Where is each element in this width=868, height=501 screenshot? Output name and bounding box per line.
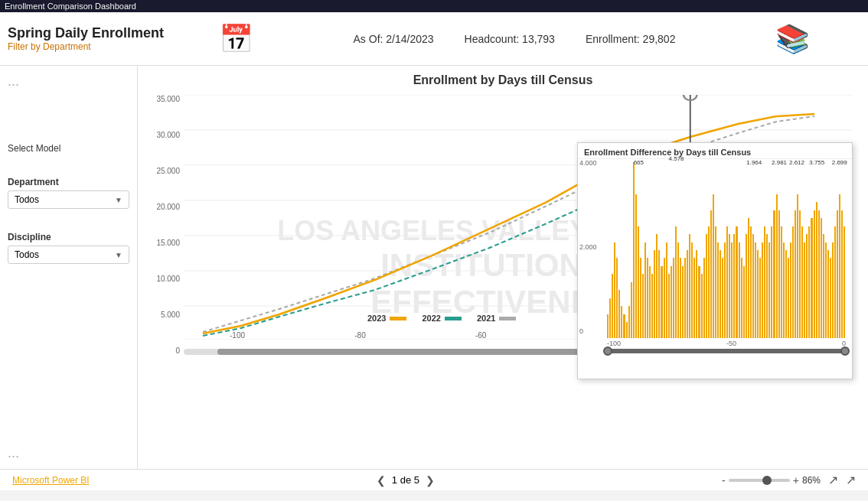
zoom-slider-thumb[interactable] [762, 476, 772, 485]
mini-bar-item [647, 258, 648, 338]
mini-bar-item [764, 226, 765, 338]
mini-slider-right[interactable] [840, 346, 850, 356]
legend-2023-label: 2023 [367, 314, 386, 323]
discipline-dropdown[interactable]: Todos ▼ [8, 246, 129, 264]
mini-bar-item [689, 234, 690, 338]
mini-bar-item [713, 194, 714, 338]
department-dropdown[interactable]: Todos ▼ [8, 190, 129, 209]
mini-bar-item [706, 234, 707, 338]
mini-bar-item [671, 266, 672, 338]
y-label-30000: 30.000 [142, 131, 180, 139]
mini-bar-item [808, 226, 810, 338]
header-meta: As Of: 2/14/2023 Headcount: 13,793 Enrol… [354, 33, 676, 45]
mini-scrollbar[interactable] [607, 349, 846, 353]
mini-bar-item [656, 234, 658, 338]
mini-bar-item [691, 242, 693, 338]
headcount: Headcount: 13,793 [465, 33, 555, 45]
mini-bar-item [825, 242, 827, 338]
mini-bar-item [776, 194, 778, 338]
mini-bar-item [811, 218, 812, 338]
mini-x-50: -50 [726, 340, 736, 347]
y-label-15000: 15.000 [142, 239, 180, 247]
mini-bar-item [703, 258, 705, 338]
mini-bar-item [821, 218, 822, 338]
mini-bar-item [724, 242, 726, 338]
mini-bar-item [823, 234, 824, 338]
mini-bar-item [830, 258, 831, 338]
x-label-80: -80 [354, 331, 365, 340]
chart-area: LOS ANGELES VALLEY COLLEGE INSTITUTIONAL… [138, 66, 868, 469]
mini-bar-item [668, 274, 670, 338]
y-label-5000: 5.000 [142, 311, 180, 319]
expand-icon[interactable]: ↗ [846, 473, 856, 487]
mini-bar-item [832, 242, 834, 338]
zoom-slider-track[interactable] [729, 479, 790, 482]
y-label-10000: 10.000 [142, 275, 180, 283]
book-icon: 📚 [775, 23, 810, 55]
mini-bar-item [616, 258, 618, 338]
mini-bar-item [746, 234, 747, 338]
mini-bar-item [839, 194, 840, 338]
mini-bar-item [816, 202, 817, 338]
mini-bar-item [733, 234, 735, 338]
department-arrow: ▼ [115, 196, 122, 204]
mini-chart-title: Enrollment Difference by Days till Censu… [578, 143, 852, 159]
zoom-in-icon[interactable]: + [793, 474, 799, 486]
mini-y-2000: 2.000 [579, 243, 597, 251]
prev-page-button[interactable]: ❮ [377, 474, 386, 486]
mini-bar-item [804, 242, 805, 338]
mini-bar-item [642, 274, 644, 338]
dashboard-title: Spring Daily Enrollment [8, 25, 168, 41]
department-label: Department [8, 177, 129, 187]
mini-bar-item [795, 210, 796, 338]
legend-2022-label: 2022 [422, 314, 440, 323]
mini-y-0: 0 [579, 327, 597, 335]
mini-bar-item [778, 210, 780, 338]
mini-bar-item [628, 306, 630, 338]
mini-bar-item [658, 250, 660, 338]
mini-bar-item [788, 258, 789, 338]
mini-bar-item [755, 242, 756, 338]
sidebar-dots-bottom: ... [8, 445, 129, 461]
header-center: 📅 As Of: 2/14/2023 Headcount: 13,793 Enr… [168, 23, 860, 55]
zoom-out-icon[interactable]: - [722, 474, 726, 486]
mini-bar-item [806, 234, 808, 338]
mini-bar-item [792, 226, 794, 338]
mini-slider-left[interactable] [603, 346, 612, 356]
mini-bar-item [757, 250, 759, 338]
mini-bar-item [614, 242, 615, 338]
legend-2023-color [390, 317, 406, 320]
mini-bar-item [684, 258, 686, 338]
mini-bar-item [814, 210, 815, 338]
legend: 2023 2022 2021 [367, 311, 516, 326]
department-section: Department Todos ▼ [8, 177, 129, 209]
mini-bar-item [698, 266, 700, 338]
share-icon[interactable]: ↗ [828, 473, 838, 487]
y-label-20000: 20.000 [142, 203, 180, 211]
filter-by-department[interactable]: Filter by Department [8, 41, 168, 52]
mini-bar-item [752, 234, 754, 338]
sidebar-dots-top: ... [8, 73, 129, 89]
discipline-value: Todos [15, 249, 39, 260]
mini-bar-item [618, 290, 620, 338]
mini-bar-item [701, 274, 703, 338]
mini-bar-item [717, 242, 719, 338]
mini-scrollbar-thumb[interactable] [607, 349, 846, 353]
enrollment: Enrollment: 29,802 [586, 33, 676, 45]
mini-bar-item [790, 242, 791, 338]
mini-y-labels: 4.000 2.000 0 [579, 159, 597, 335]
mini-bar-item [693, 258, 695, 338]
powerbi-link[interactable]: Microsoft Power BI [12, 475, 90, 486]
mini-bar-item [841, 210, 843, 338]
next-page-button[interactable]: ❯ [426, 474, 435, 486]
discipline-label: Discipline [8, 232, 129, 242]
legend-2022: 2022 [422, 314, 461, 323]
top-bar-label: Enrollment Comparison Dashboard [5, 2, 136, 11]
mini-bar-item [720, 250, 721, 338]
y-label-25000: 25.000 [142, 167, 180, 175]
mini-bar-item [844, 226, 845, 338]
chart-title: Enrollment by Days till Census [138, 66, 868, 87]
y-axis-labels: 35.000 30.000 25.000 20.000 15.000 10.00… [142, 95, 180, 355]
as-of-date: As Of: 2/14/2023 [354, 33, 434, 45]
mini-bars-area [607, 162, 846, 338]
